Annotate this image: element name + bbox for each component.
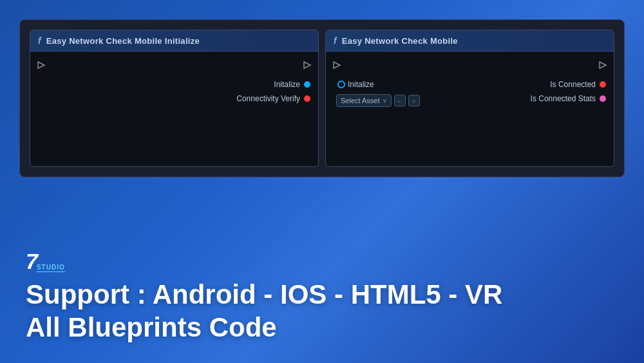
is-connected-row: Is Connected <box>542 77 614 92</box>
initalize-input-pin <box>337 81 345 88</box>
select-asset-label: Select Asset <box>341 97 380 104</box>
node-mobile-body: Initalize Select Asset ∨ ← ⌕ <box>326 52 614 148</box>
node-mobile-header: f Easy Network Check Mobile <box>326 30 614 52</box>
is-connected-label: Is Connected <box>550 80 596 89</box>
studio-logo: 7 Studio <box>26 250 502 272</box>
node-initialize-header: f Easy Network Check Mobile Initialize <box>30 30 318 52</box>
exec-input-pin-2 <box>332 61 341 70</box>
exec-output-pin-2 <box>598 61 607 70</box>
node-mobile-content: Initalize Select Asset ∨ ← ⌕ <box>326 77 614 110</box>
initialize-pin-1 <box>304 81 310 88</box>
search-button[interactable]: ⌕ <box>408 95 420 106</box>
logo-studio-text: Studio <box>37 264 65 272</box>
logo-text-wrapper: Studio <box>37 264 65 272</box>
initialize-label-1: Initalize <box>274 80 300 89</box>
svg-marker-1 <box>304 62 310 68</box>
func-icon-1: f <box>38 35 41 46</box>
node-initialize-title: Easy Network Check Mobile Initialize <box>46 36 200 46</box>
is-connected-stats-label: Is Connected Stats <box>531 94 596 103</box>
select-asset-row[interactable]: Select Asset ∨ ← ⌕ <box>331 92 473 110</box>
exec-input-pin-1 <box>37 61 46 70</box>
initalize-input-row: Initalize <box>331 77 473 92</box>
initialize-param-row: Initalize <box>30 77 318 92</box>
search-icon: ⌕ <box>412 97 415 104</box>
exec-row-1 <box>30 58 318 72</box>
node-initialize-body: Initalize Connectivity Verify <box>30 52 318 148</box>
node-mobile-title: Easy Network Check Mobile <box>342 36 458 46</box>
svg-marker-0 <box>38 62 44 68</box>
chevron-down-icon: ∨ <box>383 97 387 104</box>
connectivity-verify-pin <box>304 95 310 102</box>
is-connected-stats-pin <box>600 95 606 102</box>
connectivity-verify-label: Connectivity Verify <box>236 94 300 103</box>
back-arrow-button[interactable]: ← <box>394 95 406 106</box>
svg-marker-2 <box>334 62 340 68</box>
svg-marker-3 <box>600 62 606 68</box>
func-icon-2: f <box>334 35 337 46</box>
initalize-input-label: Initalize <box>348 80 374 89</box>
connectivity-verify-row: Connectivity Verify <box>30 92 318 106</box>
exec-output-pin-1 <box>303 61 312 70</box>
main-text-line1: Support : Android - IOS - HTML5 - VR <box>26 279 502 311</box>
blueprint-area: f Easy Network Check Mobile Initialize I… <box>19 19 625 177</box>
is-connected-pin <box>600 81 606 88</box>
bottom-content: 7 Studio Support : Android - IOS - HTML5… <box>26 250 502 344</box>
back-arrow-icon: ← <box>397 97 403 104</box>
node-mobile-right: Is Connected Is Connected Stats <box>473 77 614 106</box>
main-text-line2: All Blueprints Code <box>26 311 502 344</box>
is-connected-stats-row: Is Connected Stats <box>523 92 614 106</box>
node-mobile: f Easy Network Check Mobile <box>325 30 614 167</box>
select-asset-dropdown[interactable]: Select Asset ∨ <box>336 94 392 107</box>
node-initialize: f Easy Network Check Mobile Initialize I… <box>30 30 319 167</box>
exec-row-2 <box>326 58 614 72</box>
node-mobile-left: Initalize Select Asset ∨ ← ⌕ <box>326 77 473 110</box>
